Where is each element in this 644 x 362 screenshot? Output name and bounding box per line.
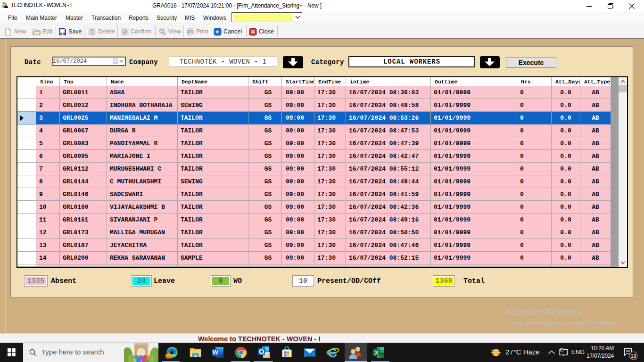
svg-text:13: 13 [630,353,636,359]
svg-text:W: W [213,349,218,356]
svg-text:X: X [374,350,378,355]
